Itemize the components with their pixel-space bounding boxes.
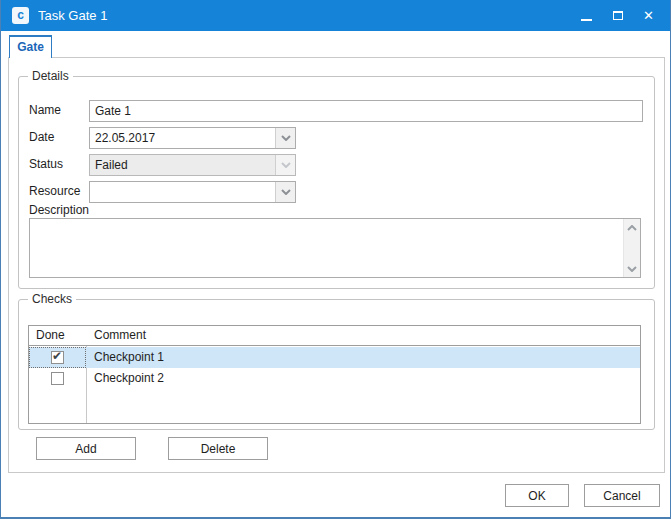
app-logo-icon: c <box>12 7 29 24</box>
description-scrollbar[interactable] <box>623 219 640 277</box>
maximize-icon <box>613 11 623 20</box>
resource-combobox[interactable] <box>89 181 296 203</box>
window-controls: ✕ <box>571 0 664 31</box>
name-label: Name <box>29 103 61 117</box>
chevron-down-icon <box>281 189 291 195</box>
description-label: Description <box>29 203 89 217</box>
resource-label: Resource <box>29 184 80 198</box>
comment-cell[interactable]: Checkpoint 1 <box>86 347 640 368</box>
checkbox-unchecked[interactable]: ✔ <box>51 372 64 385</box>
scroll-down-icon[interactable] <box>624 260 640 277</box>
checks-table: Done Comment ✔ Checkpoint 1 ✔ Checkpoint… <box>28 325 641 424</box>
status-combobox: Failed <box>89 154 296 176</box>
status-label: Status <box>29 157 63 171</box>
date-combobox[interactable]: 22.05.2017 <box>89 127 296 149</box>
table-header: Done Comment <box>29 326 640 346</box>
close-button[interactable]: ✕ <box>633 0 664 31</box>
close-icon: ✕ <box>643 9 654 22</box>
check-icon: ✔ <box>52 349 62 363</box>
tab-gate[interactable]: Gate <box>9 35 52 58</box>
checks-legend: Checks <box>28 292 76 307</box>
checkbox-checked[interactable]: ✔ <box>51 351 64 364</box>
table-row[interactable]: ✔ Checkpoint 2 <box>29 368 640 389</box>
status-dropdown-button <box>275 155 295 175</box>
window-title: Task Gate 1 <box>38 0 107 31</box>
done-cell[interactable]: ✔ <box>29 347 86 368</box>
cancel-button[interactable]: Cancel <box>584 484 660 507</box>
resource-dropdown-button[interactable] <box>275 182 295 202</box>
date-label: Date <box>29 130 54 144</box>
description-textarea[interactable] <box>29 218 641 278</box>
titlebar[interactable]: c Task Gate 1 ✕ <box>1 0 670 31</box>
details-legend: Details <box>28 69 73 84</box>
scroll-up-icon[interactable] <box>624 219 640 236</box>
date-value: 22.05.2017 <box>90 128 275 148</box>
header-done[interactable]: Done <box>29 326 86 345</box>
ok-button[interactable]: OK <box>505 484 569 507</box>
add-button[interactable]: Add <box>36 437 136 460</box>
chevron-down-icon <box>281 135 291 141</box>
minimize-icon <box>581 19 592 21</box>
minimize-button[interactable] <box>571 0 602 31</box>
maximize-button[interactable] <box>602 0 633 31</box>
dialog-window: c Task Gate 1 ✕ Gate Details Name Date 2… <box>0 0 671 519</box>
name-input[interactable] <box>89 100 643 122</box>
date-dropdown-button[interactable] <box>275 128 295 148</box>
comment-cell[interactable]: Checkpoint 2 <box>86 368 640 389</box>
done-cell[interactable]: ✔ <box>29 368 86 389</box>
table-row[interactable]: ✔ Checkpoint 1 <box>29 347 640 368</box>
delete-button[interactable]: Delete <box>168 437 268 460</box>
header-comment[interactable]: Comment <box>86 326 640 345</box>
status-value: Failed <box>90 155 275 175</box>
resource-value <box>90 182 275 202</box>
chevron-down-icon <box>281 162 291 168</box>
